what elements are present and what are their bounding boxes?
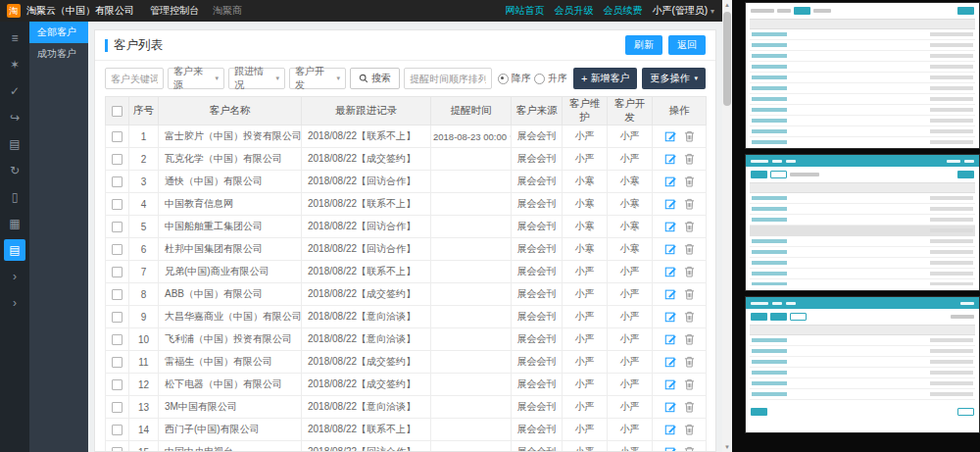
search-button[interactable]: 搜索 [350,68,400,89]
vertical-scrollbar[interactable]: ▲ ▼ [722,0,732,452]
edit-icon[interactable] [664,130,676,142]
menu-icon[interactable]: ≡ [4,27,25,49]
app-logo[interactable]: 淘 [7,4,21,18]
sort-asc-radio[interactable] [534,74,545,84]
source-select[interactable]: 客户来源 ▾ [168,68,224,89]
customer-source: 展会会刊 [512,328,563,351]
topnav-admin-console[interactable]: 管理控制台 [150,4,199,18]
row-checkbox[interactable] [112,334,122,345]
logout-icon[interactable]: ↪ [4,107,25,128]
back-button[interactable]: 返回 [668,35,706,55]
delete-icon[interactable] [684,243,695,255]
text-placeholder [960,302,974,305]
developer-select[interactable]: 客户开发 ▾ [289,68,346,89]
edit-icon[interactable] [664,446,676,452]
edit-icon[interactable] [664,176,676,187]
scrollbar-thumb[interactable] [723,12,731,106]
scroll-up-icon[interactable]: ▲ [722,0,732,10]
chevron-right-icon[interactable]: › [4,266,25,287]
row-checkbox[interactable] [112,154,122,165]
row-checkbox[interactable] [112,425,122,435]
select-all-checkbox[interactable] [112,106,122,117]
refresh-button[interactable]: 刷新 [625,35,662,55]
preview-thumbnail-3[interactable] [746,297,979,432]
list-icon[interactable]: ▤ [4,239,25,261]
sidebar-item-success-customers[interactable]: 成功客户 [29,43,88,65]
sort-desc-radio[interactable] [498,74,509,84]
row-checkbox[interactable] [112,402,122,413]
row-checkbox[interactable] [112,199,122,210]
delete-icon[interactable] [684,356,695,368]
delete-icon[interactable] [684,401,695,413]
delete-icon[interactable] [684,221,695,232]
check-icon[interactable]: ✓ [4,80,25,102]
chevron-right-icon[interactable]: › [4,292,25,314]
delete-icon[interactable] [684,446,695,452]
delete-icon[interactable] [684,333,695,345]
preview-thumbnail-1[interactable] [746,3,979,148]
star-icon[interactable]: ✶ [4,54,25,75]
topnav-taojushang[interactable]: 淘聚商 [213,4,242,18]
edit-icon[interactable] [664,243,676,255]
edit-icon[interactable] [664,198,676,210]
row-checkbox[interactable] [112,312,122,323]
row-checkbox[interactable] [112,131,122,142]
table-rows-placeholder [750,193,975,286]
refresh-icon[interactable]: ↻ [4,160,25,181]
delete-icon[interactable] [684,176,695,187]
trash-can [684,424,695,435]
delete-icon[interactable] [684,378,695,390]
chart-icon[interactable]: ▦ [4,213,25,234]
row-checkbox[interactable] [112,176,122,187]
remind-time [431,261,512,283]
text-placeholder [751,9,774,13]
edit-icon[interactable] [664,311,676,323]
customer-row: 12松下电器（中国）有限公司2018/08/22【成交签约】展会会刊小严小严 [106,374,707,396]
table-rows-placeholder [750,29,975,147]
row-checkbox[interactable] [112,357,122,368]
form-icon[interactable]: ▤ [4,133,25,155]
sort-asc-label: 升序 [548,72,567,85]
row-checkbox[interactable] [112,244,122,255]
follow-status-select[interactable]: 跟进情况 ▾ [228,68,285,89]
customer-name: 雷福生（中国）有限公司 [159,351,302,374]
follow-record: 2018/08/22【成交签约】 [302,148,431,171]
row-checkbox[interactable] [112,447,122,452]
preview-thumbnail-2[interactable] [746,155,979,290]
edit-icon[interactable] [664,221,676,232]
row-checkbox[interactable] [112,289,122,300]
edit-icon[interactable] [664,401,676,413]
delete-icon[interactable] [684,311,695,323]
row-checkbox[interactable] [112,379,122,390]
link-member-upgrade[interactable]: 会员升级 [555,4,594,18]
edit-icon[interactable] [664,266,676,277]
customer-row: 7兄弟(中国)商业有限公司2018/08/22【联系不上】展会会刊小严小严 [106,261,707,283]
sidebar-item-all-customers[interactable]: 全部客户 [29,22,88,43]
keyword-input[interactable] [105,68,164,89]
delete-icon[interactable] [684,198,695,210]
customer-name: 中国船舶重工集团公司 [159,216,302,238]
delete-icon[interactable] [684,130,695,142]
delete-icon[interactable] [684,288,695,300]
trash-icon[interactable]: ▯ [4,186,25,208]
delete-icon[interactable] [684,153,695,165]
edit-icon[interactable] [664,356,676,368]
link-site-home[interactable]: 网站首页 [506,4,545,18]
link-member-renew[interactable]: 会员续费 [604,4,643,18]
delete-icon[interactable] [684,424,695,435]
edit-icon[interactable] [664,378,676,390]
row-checkbox[interactable] [112,222,122,232]
add-customer-button[interactable]: + 新增客户 [573,68,637,89]
edit-icon[interactable] [664,153,676,165]
remind-order-input[interactable] [404,68,492,89]
trash-can [684,288,695,300]
edit-icon[interactable] [664,424,676,435]
edit-icon[interactable] [664,288,676,300]
scroll-down-icon[interactable]: ▼ [722,442,732,452]
customer-source: 展会会刊 [512,171,563,193]
delete-icon[interactable] [684,266,695,277]
row-checkbox[interactable] [112,267,122,277]
more-actions-button[interactable]: 更多操作 ▾ [642,68,706,89]
user-menu[interactable]: 小严(管理员) ▾ [653,4,714,18]
edit-icon[interactable] [664,333,676,345]
